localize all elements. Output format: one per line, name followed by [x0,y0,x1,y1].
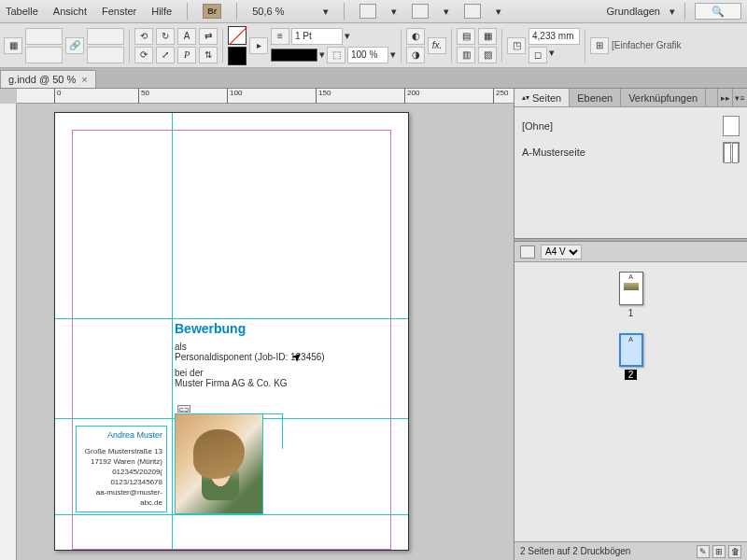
flip-h-icon[interactable]: ⇄ [199,28,218,45]
edit-page-icon[interactable]: ✎ [697,545,710,558]
menu-ansicht[interactable]: Ansicht [53,6,87,17]
ref-point-icon[interactable]: ▦ [4,37,22,54]
search-field[interactable]: 🔍 [695,3,741,20]
stroke-swatch[interactable] [228,26,247,45]
wrap-none-icon[interactable]: ▤ [457,28,475,45]
page-2-preview[interactable]: A [619,333,643,367]
menu-tabelle[interactable]: Tabelle [6,6,38,17]
separator [501,29,502,63]
workspace: 0 50 100 150 200 250 Bewerbung als Perso… [0,89,747,560]
stroke-style-preview[interactable] [271,49,317,62]
stroke-dropdown-icon[interactable]: ▸ [249,37,268,54]
link-icon[interactable]: 🔗 [65,37,84,54]
pages-list[interactable]: A 1 A 2 [514,262,747,541]
corner-dropdown-icon[interactable]: ▾ [549,47,555,63]
workspace-dropdown-icon[interactable]: ▾ [669,6,675,18]
vertical-ruler[interactable] [0,104,17,560]
guide-horizontal[interactable] [55,318,408,319]
tab-seiten[interactable]: ▴▾Seiten [514,89,570,106]
page-size-select[interactable]: A4 V [541,245,582,259]
wrap-object-icon[interactable]: ▧ [478,47,497,63]
fill-swatch[interactable] [228,47,247,65]
zoom-level[interactable]: 50,6 % [252,6,308,17]
master-thumb[interactable] [723,116,740,136]
dropdown-icon[interactable]: ▾ [444,6,449,18]
tint-dropdown-icon[interactable]: ▾ [390,49,396,61]
stroke-style-dropdown-icon[interactable]: ▾ [319,49,325,61]
rotate-icon[interactable]: ↻ [156,28,175,45]
dropdown-icon[interactable]: ▾ [391,6,397,18]
guide-horizontal[interactable] [55,514,408,515]
fx-icon[interactable]: fx. [428,37,446,54]
document-tab-bar: g.indd @ 50 % × [0,68,747,89]
page-1-preview[interactable]: A [619,272,643,305]
view-label: [Einfacher Grafik [612,40,681,50]
search-icon: 🔍 [712,6,725,18]
horizontal-ruler[interactable]: 0 50 100 150 200 250 [17,89,514,104]
separator [222,29,223,63]
scale-x-icon[interactable]: ⟲ [134,28,153,45]
page-size-icon[interactable] [520,245,535,259]
separator [684,3,685,20]
stroke-weight-dropdown-icon[interactable]: ▾ [345,30,350,42]
master-pages-list[interactable]: [Ohne] A-Musterseite [514,107,747,238]
view-mode-icon[interactable] [359,4,376,19]
opacity-icon[interactable]: ◑ [406,47,425,63]
photo-frame[interactable] [175,413,263,514]
title-text[interactable]: Bewerbung als Personaldisponent (Job-ID:… [175,321,389,388]
flip-v-icon[interactable]: ⇅ [199,47,218,63]
menu-fenster[interactable]: Fenster [102,6,136,17]
document-page[interactable]: Bewerbung als Personaldisponent (Job-ID:… [54,112,409,551]
arrange-icon[interactable] [464,4,481,19]
canvas-area[interactable]: 0 50 100 150 200 250 Bewerbung als Perso… [0,89,514,560]
contact-name: Andrea Muster [80,430,162,441]
screen-mode-icon[interactable] [412,4,429,19]
close-tab-icon[interactable]: × [81,74,87,85]
panel-menu-icon[interactable]: ▾≡ [732,89,747,106]
text-als: als [175,342,389,352]
corner-icon[interactable]: ◳ [507,37,526,54]
menu-bar: Tabelle Ansicht Fenster Hilfe Br 50,6 % … [0,0,747,23]
panel-status-text: 2 Seiten auf 2 Druckbögen [520,546,630,556]
tab-ebenen[interactable]: Ebenen [570,89,621,106]
corner-shape-icon[interactable]: ◻ [529,47,547,63]
master-thumb-spread[interactable] [723,142,740,162]
para-icon[interactable]: P [177,47,196,63]
wrap-around-icon[interactable]: ▦ [478,28,497,45]
stroke-weight-field[interactable]: 1 Pt [291,28,343,45]
master-a-label: A-Musterseite [522,147,585,158]
guide-vertical[interactable] [172,113,173,550]
shear-icon[interactable]: ⤢ [156,47,175,63]
scale-y-icon[interactable]: ⟳ [134,47,153,63]
new-page-icon[interactable]: ⊞ [712,545,726,558]
workspace-selector[interactable]: Grundlagen [607,6,661,17]
panel-collapse-icon[interactable]: ▸▸ [717,89,732,106]
y-field[interactable] [25,47,63,63]
bridge-button[interactable]: Br [203,4,221,19]
corner-field[interactable]: 4,233 mm [529,28,580,45]
contact-tel2: 0123/12345678 [80,477,162,487]
char-icon[interactable]: A [177,28,196,45]
page-thumb-2[interactable]: A 2 [619,333,643,380]
contact-tel1: 012345/20209( [80,467,162,477]
effects-icon[interactable]: ◐ [406,28,425,45]
delete-page-icon[interactable]: 🗑 [728,545,741,558]
menu-hilfe[interactable]: Hilfe [151,6,172,17]
master-a[interactable]: A-Musterseite [522,139,740,165]
anchor-icon[interactable]: ⊂⊃ [177,405,190,413]
w-field[interactable] [87,28,124,45]
x-field[interactable] [25,28,63,45]
page-1-number: 1 [628,308,634,318]
master-none[interactable]: [Ohne] [522,113,740,139]
tab-verknuepfungen[interactable]: Verknüpfungen [621,89,706,106]
tint-icon[interactable]: ⬚ [327,47,345,63]
document-tab[interactable]: g.indd @ 50 % × [0,70,96,88]
h-field[interactable] [87,47,124,63]
frame-fit-icon[interactable]: ⊞ [590,37,609,54]
contact-frame[interactable]: Andrea Muster Große Musterstraße 13 1719… [76,426,167,512]
wrap-jump-icon[interactable]: ▥ [457,47,475,63]
zoom-dropdown-icon[interactable]: ▾ [323,6,329,18]
tint-field[interactable]: 100 % [347,47,388,63]
dropdown-icon[interactable]: ▾ [496,6,501,18]
page-thumb-1[interactable]: A 1 [619,272,643,318]
